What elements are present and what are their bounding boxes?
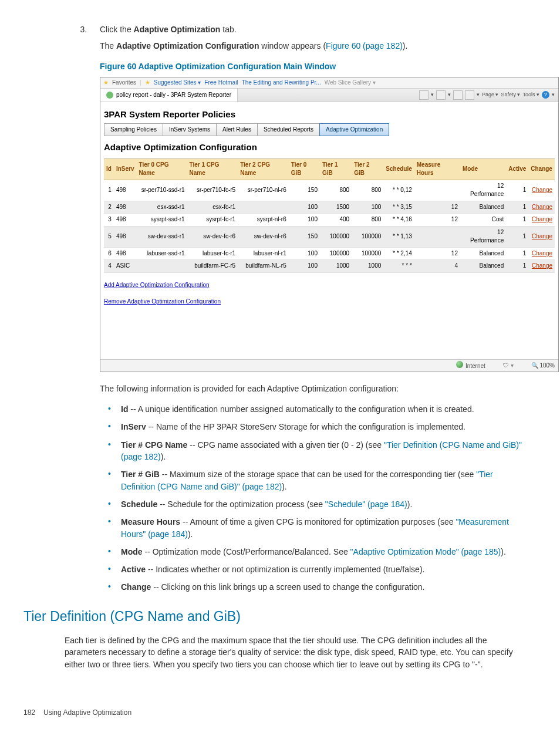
change-link[interactable]: Change [532,187,552,193]
col-inserv[interactable]: InServ [114,158,137,180]
cell-schedule: * * 3,15 [383,201,414,214]
config-heading: Adaptive Optimization Configuration [104,141,555,154]
cell-inserv: 498 [114,201,137,214]
cell-measure-hours: 4 [414,260,460,273]
change-link[interactable]: Change [532,204,552,210]
cell-t0name: sw-dev-ssd-r1 [136,226,187,247]
col-tier1-gib[interactable]: Tier 1 GiB [320,158,352,180]
cell-mode: 12 Performance [460,226,506,247]
cell-t1gib: 1500 [320,201,352,214]
cell-t0gib: 100 [289,260,320,273]
favorites-label[interactable]: Favorites [112,79,136,87]
tab-sampling-policies[interactable]: Sampling Policies [104,123,163,137]
editing-link[interactable]: The Editing and Rewriting Pr... [242,79,321,87]
help-icon[interactable]: ? [542,91,549,99]
cell-measure-hours [414,226,460,247]
cell-active: 1 [506,247,528,260]
col-tier2-name[interactable]: Tier 2 CPG Name [238,158,289,180]
tab-scheduled-reports[interactable]: Scheduled Reports [257,123,320,137]
col-tier1-name[interactable]: Tier 1 CPG Name [187,158,238,180]
col-tier2-gib[interactable]: Tier 2 GiB [352,158,383,180]
page-icon [106,92,113,99]
cell-change: Change [528,214,555,227]
table-row: 4ASICbuildfarm-FC-r5buildfarm-NL-r510010… [104,260,555,273]
col-active[interactable]: Active [506,158,528,180]
cell-t0gib: 150 [289,180,320,201]
cell-schedule: * * 2,14 [383,247,414,260]
col-measure-hours[interactable]: Measure Hours [414,158,460,180]
add-config-link[interactable]: Add Adaptive Optimization Configuration [104,281,555,290]
cell-t2gib: 800 [352,180,383,201]
suggested-sites-link[interactable]: Suggested Sites ▾ [154,79,201,87]
step-3: Click the Adaptive Optimization tab. [89,23,525,35]
cell-t2gib: 1000 [352,260,383,273]
print-icon[interactable] [465,90,474,100]
globe-icon [456,361,463,368]
config-table: Id InServ Tier 0 CPG Name Tier 1 CPG Nam… [104,158,555,273]
col-mode[interactable]: Mode [460,158,506,180]
cell-t0gib: 100 [289,214,320,227]
col-id[interactable]: Id [104,158,114,180]
cell-change: Change [528,247,555,260]
cell-change: Change [528,201,555,214]
zoom-level[interactable]: 🔍 100% [531,362,555,370]
figure-title: Figure 60 Adaptive Optimization Configur… [100,60,525,72]
figure-cross-ref[interactable]: Figure 60 (page 182) [326,41,403,50]
term-schedule: Schedule -- Schedule for the optimizatio… [102,495,525,513]
cell-t0name: labuser-ssd-r1 [136,247,187,260]
cell-t1name: sw-dev-fc-r6 [187,226,238,247]
change-link[interactable]: Change [532,250,552,256]
browser-tab[interactable]: policy report - daily - 3PAR System Repo… [100,89,238,102]
cell-t1gib: 800 [320,180,352,201]
protected-mode-icon[interactable]: 🛡 ▾ [503,362,514,370]
cell-t1name: buildfarm-FC-r5 [187,260,238,273]
tools-menu[interactable]: Tools ▾ [522,91,539,99]
cell-change: Change [528,180,555,201]
feeds-icon[interactable] [436,90,446,100]
tab-adaptive-optimization[interactable]: Adaptive Optimization [319,123,389,137]
schedule-link[interactable]: "Schedule" (page 184) [325,499,407,509]
change-link[interactable]: Change [532,216,552,222]
cell-change: Change [528,260,555,273]
tab-inserv-systems[interactable]: InServ Systems [163,123,217,137]
change-link[interactable]: Change [532,262,552,269]
cell-t2gib: 100 [352,201,383,214]
ao-mode-link[interactable]: "Adaptive Optimization Mode" (page 185) [350,547,501,556]
cell-mode: Cost [460,214,506,227]
screenshot-frame: ★ Favorites | ★ Suggested Sites ▾ Free H… [100,77,559,372]
cell-change: Change [528,226,555,247]
favorites-star-icon: ★ [103,79,109,87]
col-change[interactable]: Change [528,158,555,180]
cell-inserv: 498 [114,226,137,247]
free-hotmail-link[interactable]: Free Hotmail [204,79,238,87]
suggested-star-icon: ★ [145,79,150,87]
table-row: 5498sw-dev-ssd-r1sw-dev-fc-r6sw-dev-nl-r… [104,226,555,247]
policy-tabs: Sampling Policies InServ Systems Alert R… [104,123,555,137]
col-tier0-gib[interactable]: Tier 0 GiB [289,158,320,180]
cell-t1gib: 1000 [320,260,352,273]
cell-active: 1 [506,180,528,201]
col-schedule[interactable]: Schedule [383,158,414,180]
term-tier-cpg-name: Tier # CPG Name -- CPG name associated w… [102,436,525,466]
term-active: Active -- Indicates whether or not optim… [102,561,525,578]
cell-mode: Balanced [460,247,506,260]
cell-t1name: labuser-fc-r1 [187,247,238,260]
cell-id: 5 [104,226,114,247]
remove-config-link[interactable]: Remove Adaptive Optimization Configurati… [104,298,555,306]
cell-measure-hours [414,180,460,201]
page-number: 182 [23,708,35,717]
cell-inserv: ASIC [114,260,137,273]
cell-t0name: sr-per710-ssd-r1 [136,180,187,201]
tab-alert-rules[interactable]: Alert Rules [216,123,258,137]
change-link[interactable]: Change [532,233,552,239]
cell-active: 1 [506,226,528,247]
mail-icon[interactable] [453,90,463,100]
cell-schedule: * * * [383,260,414,273]
home-icon[interactable] [419,90,429,100]
safety-menu[interactable]: Safety ▾ [501,91,520,99]
page-menu[interactable]: Page ▾ [482,91,499,99]
col-tier0-name[interactable]: Tier 0 CPG Name [136,158,187,180]
term-change: Change -- Clicking on this link brings u… [102,578,525,596]
gallery-link[interactable]: Web Slice Gallery ▾ [325,79,376,87]
tier-def-body: Each tier is defined by the CPG and the … [65,634,531,670]
